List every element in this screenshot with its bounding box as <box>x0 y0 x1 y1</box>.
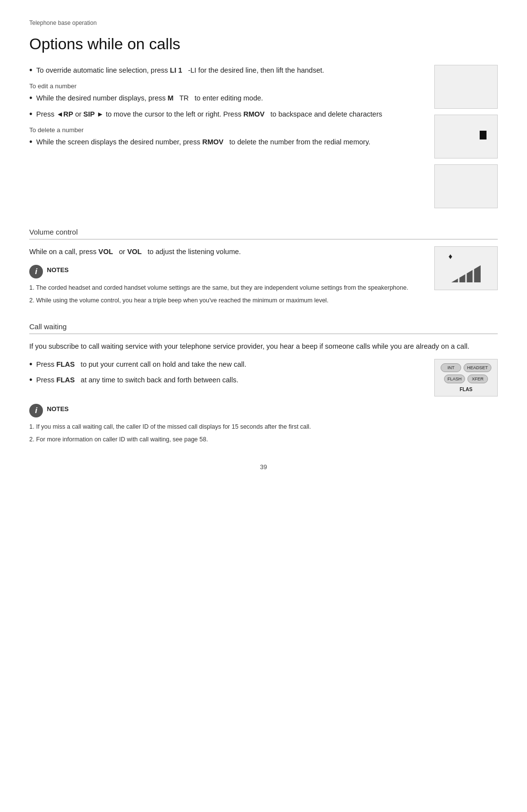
image-line-selection <box>434 65 498 109</box>
bullet-dot5: • <box>29 360 32 369</box>
call-waiting-text-col: • Press FLAS to put your current call on… <box>29 359 425 391</box>
bullet-flash1-text: Press FLAS to put your current call on h… <box>36 359 246 370</box>
page-title: Options while on calls <box>29 35 498 53</box>
call-waiting-content: • Press FLAS to put your current call on… <box>29 359 498 396</box>
note-item-2: While using the volume control, you hear… <box>29 296 425 305</box>
call-waiting-section: Call waiting If you subscribe to call wa… <box>29 322 498 444</box>
note-item-1: The corded headset and corded handset vo… <box>29 283 425 293</box>
bullet-dot: • <box>29 66 32 75</box>
call-waiting-heading: Call waiting <box>29 322 498 331</box>
volume-notes-list: The corded headset and corded handset vo… <box>29 283 425 305</box>
key-flas1: FLAS <box>56 360 75 368</box>
bullet-cursor: • Press ◄RP or SIP ► to move the cursor … <box>29 109 425 119</box>
bullet-flash1: • Press FLAS to put your current call on… <box>29 359 425 370</box>
line-selection-section: • To override automatic line selection, … <box>29 65 498 214</box>
page-number: 39 <box>29 463 498 471</box>
notes-label-volume: NOTES <box>47 266 69 274</box>
notes-label-call-waiting: NOTES <box>47 405 69 413</box>
bullet-edit-mode: • While the desired number displays, pre… <box>29 93 425 103</box>
volume-content: While on a call, press VOL or VOL to adj… <box>29 246 498 309</box>
volume-heading: Volume control <box>29 228 498 236</box>
vol-up-arrow: ♦ <box>448 252 452 261</box>
key-xfer: XFER <box>467 375 488 383</box>
bullet-line-selection: • To override automatic line selection, … <box>29 65 425 76</box>
bullet-dot4: • <box>29 138 32 146</box>
phone-keypad-col: INT HEADSET FLASH XFER FLAS <box>434 359 498 396</box>
volume-text-col: While on a call, press VOL or VOL to adj… <box>29 246 425 309</box>
label-edit-number: To edit a number <box>29 82 425 90</box>
key-flas2: FLAS <box>56 376 75 384</box>
bullet-dot6: • <box>29 376 32 384</box>
key-rmov2: RMOV <box>202 138 223 146</box>
breadcrumb: Telephone base operation <box>29 20 498 26</box>
image-edit-mode <box>434 115 498 158</box>
key-m: M <box>168 94 174 102</box>
vol-triangle-svg <box>446 263 486 284</box>
key-headset: HEADSET <box>464 363 491 372</box>
key-rp: ◄RP <box>56 110 73 118</box>
bullet-dot3: • <box>29 110 32 119</box>
bullet-line-selection-text: To override automatic line selection, pr… <box>36 65 324 76</box>
bullet-edit-mode-text: While the desired number displays, press… <box>36 93 263 103</box>
key-li1: LI 1 <box>170 66 182 74</box>
notes-icon-volume: i <box>29 265 43 278</box>
bullet-dot2: • <box>29 94 32 102</box>
image-delete <box>434 164 498 208</box>
notes-icon-call-waiting: i <box>29 404 43 417</box>
bullet-flash2-text: Press FLAS at any time to switch back an… <box>36 375 238 385</box>
key-int: INT <box>441 363 461 372</box>
volume-image-col: ♦ <box>434 246 498 290</box>
cursor-indicator <box>480 131 486 139</box>
keypad-row-top: INT HEADSET <box>441 363 491 372</box>
bullet-delete-text: While the screen displays the desired nu… <box>36 137 370 147</box>
key-sip: SIP <box>83 110 95 118</box>
notes-block-volume: i NOTES <box>29 264 425 278</box>
notes-block-call-waiting: i NOTES <box>29 403 498 417</box>
bullet-delete: • While the screen displays the desired … <box>29 137 425 147</box>
flas-label: FLAS <box>460 387 472 392</box>
bullet-flash2: • Press FLAS at any time to switch back … <box>29 375 425 385</box>
key-vol1: VOL <box>99 248 113 256</box>
key-rmov: RMOV <box>243 110 265 118</box>
call-waiting-rule <box>29 334 498 334</box>
note-item-3: If you miss a call waiting call, the cal… <box>29 422 498 432</box>
volume-image: ♦ <box>434 246 498 290</box>
call-waiting-para: If you subscribe to call waiting service… <box>29 341 498 352</box>
side-images-col <box>434 65 498 214</box>
bullet-cursor-text: Press ◄RP or SIP ► to move the cursor to… <box>36 109 382 119</box>
volume-rule <box>29 239 498 239</box>
key-flash: FLASH <box>444 375 465 383</box>
volume-para: While on a call, press VOL or VOL to adj… <box>29 246 425 257</box>
keypad-row-bottom: FLASH XFER <box>444 375 488 383</box>
line-selection-text: • To override automatic line selection, … <box>29 65 425 153</box>
phone-keypad-image: INT HEADSET FLASH XFER FLAS <box>434 359 498 396</box>
call-waiting-notes-list: If you miss a call waiting call, the cal… <box>29 422 498 444</box>
label-delete-number: To delete a number <box>29 126 425 134</box>
volume-control-section: Volume control While on a call, press VO… <box>29 228 498 309</box>
line-selection-content: • To override automatic line selection, … <box>29 65 498 214</box>
note-item-4: For more information on caller ID with c… <box>29 435 498 444</box>
key-vol2: VOL <box>127 248 142 256</box>
